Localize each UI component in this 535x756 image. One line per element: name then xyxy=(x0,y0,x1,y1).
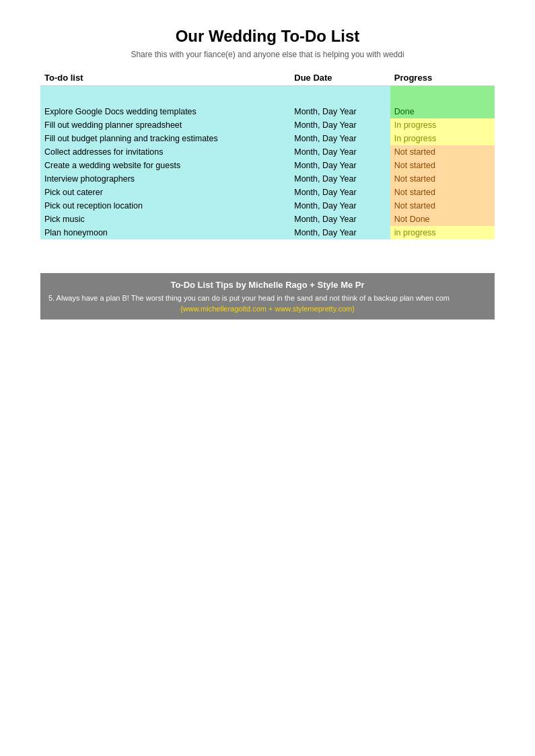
cell-progress: Not started xyxy=(390,145,495,159)
cell-todo: Pick music xyxy=(40,213,290,226)
cell-due: Month, Day Year xyxy=(290,213,390,226)
header-progress: Progress xyxy=(390,70,495,86)
status-badge: Not started xyxy=(394,188,435,197)
cell-todo: Pick out caterer xyxy=(40,186,290,199)
tips-title: To-Do List Tips by Michelle Rago + Style… xyxy=(48,280,487,290)
table-row: Interview photographersMonth, Day YearNo… xyxy=(40,172,495,186)
cell-todo: Explore Google Docs wedding templates xyxy=(40,105,290,118)
status-badge: Not started xyxy=(394,161,435,170)
table-row: Collect addresses for invitationsMonth, … xyxy=(40,145,495,159)
table-row xyxy=(40,86,495,105)
table-row: Pick musicMonth, Day YearNot Done xyxy=(40,213,495,226)
cell-due: Month, Day Year xyxy=(290,118,390,132)
cell-progress: Done xyxy=(390,105,495,118)
table-row: Fill out budget planning and tracking es… xyxy=(40,132,495,145)
cell-due: Month, Day Year xyxy=(290,226,390,239)
cell-progress: In progress xyxy=(390,132,495,145)
tips-section: To-Do List Tips by Michelle Rago + Style… xyxy=(40,273,495,319)
table-row: Explore Google Docs wedding templatesMon… xyxy=(40,105,495,118)
cell-due: Month, Day Year xyxy=(290,159,390,172)
cell-todo: Fill out wedding planner spreadsheet xyxy=(40,118,290,132)
page-container: Our Wedding To-Do List Share this with y… xyxy=(0,0,535,346)
cell-todo: Create a wedding website for guests xyxy=(40,159,290,172)
cell-progress: Not started xyxy=(390,186,495,199)
status-badge: in progress xyxy=(394,228,436,237)
status-badge: In progress xyxy=(394,120,437,130)
cell-todo: Interview photographers xyxy=(40,172,290,186)
cell-progress: Not started xyxy=(390,159,495,172)
todo-table: To-do list Due Date Progress Explore Goo… xyxy=(40,70,495,239)
table-row: Pick out reception locationMonth, Day Ye… xyxy=(40,199,495,213)
cell-due: Month, Day Year xyxy=(290,132,390,145)
tips-text: 5. Always have a plan B! The worst thing… xyxy=(48,294,487,302)
table-row: Pick out catererMonth, Day YearNot start… xyxy=(40,186,495,199)
cell-progress: Not started xyxy=(390,172,495,186)
cell-due xyxy=(290,86,390,105)
cell-due: Month, Day Year xyxy=(290,186,390,199)
status-badge: In progress xyxy=(394,134,437,143)
cell-progress: In progress xyxy=(390,118,495,132)
tips-url: {www.michelleragoltd.com + www.stylemepr… xyxy=(48,305,487,313)
cell-todo: Collect addresses for invitations xyxy=(40,145,290,159)
page-title: Our Wedding To-Do List xyxy=(40,27,495,46)
cell-progress xyxy=(390,86,495,105)
cell-todo: Plan honeymoon xyxy=(40,226,290,239)
header-todo: To-do list xyxy=(40,70,290,86)
page-subtitle: Share this with your fiance(e) and anyon… xyxy=(40,50,495,59)
status-badge: Not started xyxy=(394,147,435,157)
cell-todo xyxy=(40,86,290,105)
cell-progress: Not started xyxy=(390,199,495,213)
cell-due: Month, Day Year xyxy=(290,172,390,186)
status-badge: Not Done xyxy=(394,215,430,224)
cell-progress: Not Done xyxy=(390,213,495,226)
table-row: Plan honeymoonMonth, Day Yearin progress xyxy=(40,226,495,239)
table-row: Fill out wedding planner spreadsheetMont… xyxy=(40,118,495,132)
cell-todo: Pick out reception location xyxy=(40,199,290,213)
cell-todo: Fill out budget planning and tracking es… xyxy=(40,132,290,145)
status-badge: Not started xyxy=(394,174,435,184)
cell-progress: in progress xyxy=(390,226,495,239)
cell-due: Month, Day Year xyxy=(290,199,390,213)
status-badge: Not started xyxy=(394,201,435,211)
cell-due: Month, Day Year xyxy=(290,105,390,118)
header-due: Due Date xyxy=(290,70,390,86)
table-row: Create a wedding website for guestsMonth… xyxy=(40,159,495,172)
status-badge: Done xyxy=(394,107,415,116)
cell-due: Month, Day Year xyxy=(290,145,390,159)
